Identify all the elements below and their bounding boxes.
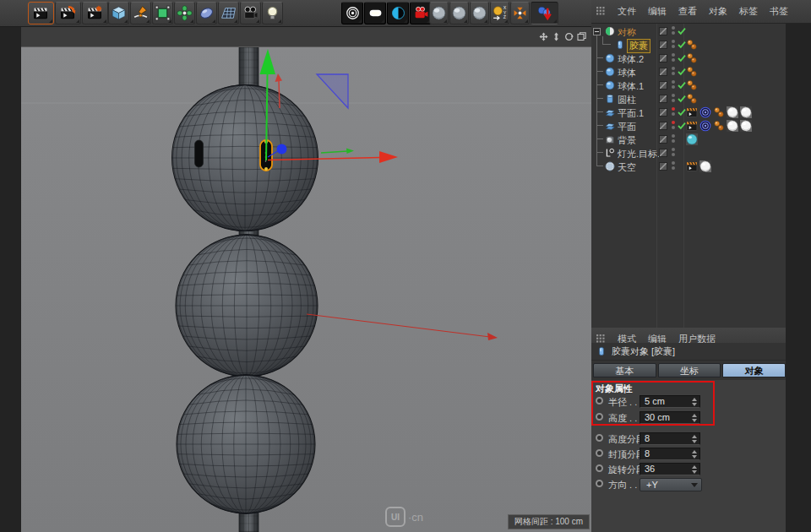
- tree-row-胶囊[interactable]: 胶囊: [591, 38, 786, 52]
- wireframe-sphere[interactable]: [176, 235, 318, 377]
- metaball-button[interactable]: [196, 2, 217, 24]
- material-white-tag-icon[interactable]: [727, 106, 738, 118]
- enable-checkmark[interactable]: [678, 54, 686, 62]
- property-input[interactable]: 36: [640, 463, 700, 475]
- keyframe-circle[interactable]: [596, 397, 603, 404]
- visibility-dot[interactable]: [672, 107, 675, 111]
- clapper-settings-button[interactable]: [82, 2, 108, 24]
- phong-tag-icon[interactable]: [713, 120, 725, 132]
- layer-square[interactable]: [659, 162, 667, 171]
- stepper-up-icon[interactable]: [692, 450, 697, 453]
- target-tag-icon[interactable]: [699, 106, 711, 118]
- visibility-dot[interactable]: [672, 45, 675, 48]
- layer-square[interactable]: [659, 122, 667, 130]
- enable-checkmark[interactable]: [678, 27, 686, 35]
- generator-cube-button[interactable]: [152, 2, 173, 24]
- stepper-down-icon[interactable]: [692, 419, 697, 422]
- material-white-tag-icon[interactable]: [727, 120, 738, 132]
- layer-square[interactable]: [659, 27, 667, 35]
- om-menu-5[interactable]: 书签: [770, 5, 788, 18]
- tree-row-背景[interactable]: 背景: [591, 133, 786, 146]
- tab-对象[interactable]: 对象: [722, 363, 786, 377]
- phong-tag-icon[interactable]: [686, 52, 698, 64]
- keyframe-circle[interactable]: [596, 480, 603, 487]
- layer-square[interactable]: [659, 108, 667, 117]
- render-view-button[interactable]: [341, 2, 363, 24]
- tree-row-平面[interactable]: 平面: [591, 119, 786, 133]
- om-menu-1[interactable]: 编辑: [648, 5, 667, 18]
- stepper-down-icon[interactable]: [692, 403, 697, 406]
- stepper-down-icon[interactable]: [692, 455, 697, 459]
- maximize-icon[interactable]: [577, 32, 586, 41]
- visibility-dot[interactable]: [672, 126, 675, 129]
- stepper-down-icon[interactable]: [692, 470, 697, 474]
- material-white-tag-icon[interactable]: [740, 120, 752, 132]
- property-input[interactable]: 30 cm: [640, 411, 700, 424]
- keyframe-circle[interactable]: [596, 413, 603, 421]
- visibility-dot[interactable]: [672, 53, 675, 57]
- compositing-tag-icon[interactable]: [686, 106, 698, 118]
- object-label[interactable]: 球体.1: [618, 80, 644, 93]
- visibility-dot[interactable]: [672, 72, 675, 75]
- direction-dropdown[interactable]: +Y: [640, 478, 702, 491]
- tree-row-灯光.目标.1[interactable]: 灯光.目标.1: [591, 146, 786, 160]
- light-button[interactable]: [262, 2, 283, 24]
- object-label[interactable]: 平面.1: [618, 107, 644, 120]
- visibility-dot[interactable]: [672, 26, 675, 30]
- tree-row-平面.1[interactable]: 平面.1: [591, 106, 786, 119]
- layer-square[interactable]: [659, 149, 667, 157]
- camera-button[interactable]: [240, 2, 261, 24]
- visibility-dot[interactable]: [672, 166, 675, 170]
- layer-square[interactable]: [659, 95, 667, 103]
- visibility-dot[interactable]: [672, 121, 675, 124]
- object-label[interactable]: 球体.2: [618, 53, 644, 66]
- object-label[interactable]: 胶囊: [628, 40, 650, 52]
- layer-square[interactable]: [659, 135, 667, 144]
- visibility-dot[interactable]: [672, 161, 675, 165]
- tree-row-对称[interactable]: 对称: [591, 24, 786, 38]
- tree-row-圆柱[interactable]: 圆柱: [591, 92, 786, 106]
- object-label[interactable]: 球体: [618, 67, 636, 79]
- material-sphere-button[interactable]: [429, 2, 449, 24]
- material-sphere-button[interactable]: [449, 2, 469, 24]
- object-label[interactable]: 背景: [618, 134, 636, 147]
- visibility-dot[interactable]: [672, 139, 675, 143]
- property-input[interactable]: 5 cm: [640, 395, 700, 408]
- stepper-arrows[interactable]: [692, 398, 698, 406]
- enable-checkmark[interactable]: [678, 108, 686, 117]
- tab-坐标[interactable]: 坐标: [658, 363, 721, 377]
- visibility-dot[interactable]: [672, 31, 675, 35]
- expander-minus[interactable]: [593, 28, 601, 35]
- visibility-dot[interactable]: [672, 58, 675, 62]
- phong-tag-icon[interactable]: [686, 93, 698, 105]
- stepper-arrows[interactable]: [692, 435, 698, 443]
- stepper-arrows[interactable]: [692, 414, 698, 422]
- tree-row-球体.2[interactable]: 球体.2: [591, 52, 786, 65]
- om-menu-4[interactable]: 标签: [739, 5, 758, 18]
- property-input[interactable]: 8: [640, 448, 700, 460]
- material-teal-tag-icon[interactable]: [686, 133, 698, 145]
- capsule-mirror[interactable]: [195, 140, 204, 167]
- visibility-dot[interactable]: [672, 94, 675, 97]
- layer-square[interactable]: [659, 41, 667, 49]
- visibility-dot[interactable]: [672, 112, 675, 116]
- layer-square[interactable]: [659, 81, 667, 90]
- tree-row-天空[interactable]: 天空: [591, 160, 786, 173]
- enable-checkmark[interactable]: [678, 81, 686, 90]
- material-white-tag-icon[interactable]: [699, 160, 711, 172]
- layer-square[interactable]: [659, 54, 667, 62]
- tab-基本[interactable]: 基本: [593, 363, 656, 377]
- tree-row-球体[interactable]: 球体: [591, 65, 786, 79]
- object-label[interactable]: 灯光.目标.1: [618, 148, 665, 160]
- dolly-icon[interactable]: [552, 32, 561, 41]
- keyframe-circle[interactable]: [596, 434, 603, 442]
- keyframe-circle[interactable]: [596, 464, 603, 472]
- phong-tag-icon[interactable]: [686, 39, 698, 51]
- enable-checkmark[interactable]: [678, 122, 686, 130]
- rotate-icon[interactable]: [564, 32, 574, 41]
- visibility-dot[interactable]: [672, 80, 675, 84]
- object-label[interactable]: 平面: [618, 121, 636, 133]
- object-label[interactable]: 天空: [618, 161, 636, 174]
- om-menu-3[interactable]: 对象: [709, 5, 727, 18]
- tree-row-球体.1[interactable]: 球体.1: [591, 79, 786, 92]
